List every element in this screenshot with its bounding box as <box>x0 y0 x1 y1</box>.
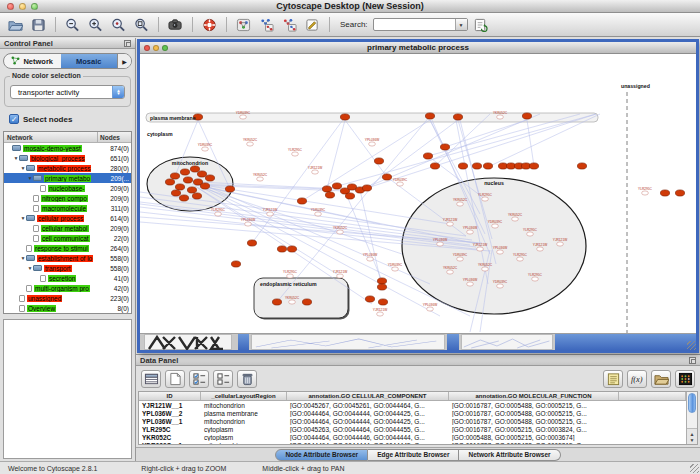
close-icon[interactable] <box>144 45 150 51</box>
import-attributes-icon[interactable] <box>651 370 671 388</box>
node-color-dropdown[interactable]: transporter activity ▲▼ <box>10 85 125 99</box>
table-row[interactable]: YPL036W__1mitochondrion[GO:0044464, GO:0… <box>139 417 686 425</box>
snapshot-icon[interactable] <box>165 15 186 35</box>
help-icon[interactable] <box>199 15 220 35</box>
window-resize-grip[interactable] <box>687 341 696 350</box>
merge-networks-icon[interactable] <box>256 15 277 35</box>
svg-text:YDR039C: YDR039C <box>493 280 508 284</box>
tree-column-nodes[interactable]: Nodes <box>98 134 131 141</box>
tree-row-node-count: 209(0) <box>110 195 131 202</box>
open-file-icon[interactable] <box>5 15 26 35</box>
table-scrollbar[interactable]: ▲▼ <box>686 392 697 444</box>
tree-row-overview[interactable]: Overview8(0) <box>4 303 131 313</box>
tree-row-nitrogen-compo[interactable]: nitrogen compo209(0) <box>4 193 131 203</box>
layout-icon[interactable] <box>233 15 254 35</box>
scrollbar-arrows[interactable]: ▲▼ <box>687 428 697 444</box>
network-strip-thumbnail[interactable] <box>461 334 553 350</box>
minimized-frame-bar[interactable] <box>238 334 249 350</box>
minimized-frame-bar[interactable] <box>447 334 459 350</box>
save-icon[interactable] <box>28 15 49 35</box>
minimized-frame-bar[interactable] <box>555 334 696 350</box>
zoom-window-button[interactable] <box>31 3 38 10</box>
table-row[interactable]: YJR121W__1mitochondrion[GO:0045267, GO:0… <box>139 401 686 409</box>
tree-row-node-count: 42(0) <box>114 285 131 292</box>
tree-row-label: cell communicat <box>41 235 90 242</box>
notes-icon[interactable] <box>603 370 623 388</box>
tree-row-label: nucleobase- <box>48 185 85 192</box>
tree-row-transport[interactable]: ▼transport558(0) <box>4 263 131 273</box>
table-row[interactable]: YPL036W__2plasma membrane[GO:0044464, GO… <box>139 409 686 417</box>
network-strip-thumbnail[interactable] <box>251 334 445 350</box>
column-header-id[interactable]: ID <box>139 392 201 400</box>
float-panel-icon[interactable] <box>689 357 696 364</box>
tree-row-unassigned[interactable]: unassigned223(0) <box>4 293 131 303</box>
network-graph[interactable]: YKR052CYLR295CYJR121WYPL036WYDR039CYKR05… <box>140 54 696 333</box>
table-cell: YPL036W__1 <box>139 418 201 425</box>
reindex-icon[interactable] <box>470 15 491 35</box>
tree-row-cell-communicat[interactable]: cell communicat22(0) <box>4 233 131 243</box>
search-input[interactable]: ▼ <box>373 18 468 31</box>
tree-row-macromolecule[interactable]: macromolecule311(0) <box>4 203 131 213</box>
tree-row-response-to-stimul[interactable]: response to stimul264(0) <box>4 243 131 253</box>
select-nodes-checkbox[interactable]: ✓ <box>9 114 19 124</box>
tree-column-network[interactable]: Network <box>4 132 98 142</box>
zoom-fit-icon[interactable] <box>131 15 152 35</box>
scrollbar-thumb[interactable] <box>688 393 696 413</box>
svg-text:YJR121W: YJR121W <box>443 218 457 222</box>
float-panel-icon[interactable] <box>124 40 131 47</box>
column-header-molecular-function[interactable]: annotation.GO MOLECULAR_FUNCTION <box>449 392 619 400</box>
network-view-titlebar[interactable]: primary metabolic process <box>140 42 696 54</box>
folder-icon <box>12 145 21 151</box>
tree-row-multi-organism-pro[interactable]: multi-organism pro42(0) <box>4 283 131 293</box>
annotation-icon[interactable] <box>302 15 323 35</box>
tab-mosaic[interactable]: Mosaic <box>61 54 118 68</box>
table-row[interactable]: YLR295Ccytoplasm[GO:0045263, GO:0044464,… <box>139 425 686 433</box>
tree-row-biological-process[interactable]: ▼biological_process651(0) <box>4 153 131 163</box>
column-header-cellular-component[interactable]: annotation.GO CELLULAR_COMPONENT <box>287 392 449 400</box>
tab-network-attribute-browser[interactable]: Network Attribute Browser <box>459 449 560 461</box>
app-resize-grip[interactable] <box>690 464 699 473</box>
tree-row-mosaic-demo-yeast[interactable]: mosaic-demo-yeast874(0) <box>4 143 131 153</box>
network-strip-thumbnail[interactable] <box>144 334 232 350</box>
table-row[interactable]: YKR052Ccytoplasm[GO:0044464, GO:0044446,… <box>139 433 686 441</box>
minimize-icon[interactable] <box>153 45 159 51</box>
zoom-out-icon[interactable] <box>62 15 83 35</box>
chevron-down-icon[interactable]: ▼ <box>455 19 467 30</box>
select-attributes-icon[interactable] <box>189 370 209 388</box>
tree-row-metabolic-process[interactable]: ▼metabolic process280(0) <box>4 163 131 173</box>
minimize-window-button[interactable] <box>19 3 26 10</box>
table-cell: plasma membrane <box>201 410 287 417</box>
tree-row-cellular-process[interactable]: ▼cellular process614(0) <box>4 213 131 223</box>
table-header-row: ID_cellularLayoutRegionannotation.GO CEL… <box>139 392 686 401</box>
tree-row-primary-metabo[interactable]: ▼primary metabo209(... <box>4 173 131 183</box>
column-header-region[interactable]: _cellularLayoutRegion <box>201 392 287 400</box>
tree-row-establishment-of-lo[interactable]: ▼establishment of lo558(0) <box>4 253 131 263</box>
tree-row-node-count: 614(0) <box>110 215 131 222</box>
tree-row-node-count: 264(0) <box>110 245 131 252</box>
difference-networks-icon[interactable] <box>279 15 300 35</box>
svg-text:YKR052C: YKR052C <box>453 198 468 202</box>
attribute-table-icon[interactable] <box>141 370 161 388</box>
new-attribute-icon[interactable] <box>165 370 185 388</box>
network-thumbnail-strip[interactable] <box>140 333 696 350</box>
zoom-selected-icon[interactable] <box>108 15 129 35</box>
dropdown-stepper-icon: ▲▼ <box>112 86 124 98</box>
tree-row-nucleobase-[interactable]: nucleobase-209(0) <box>4 183 131 193</box>
heatmap-icon[interactable] <box>675 370 695 388</box>
unselect-attributes-icon[interactable] <box>213 370 233 388</box>
function-builder-icon[interactable]: f(x) <box>627 370 647 388</box>
tab-network[interactable]: Network <box>4 54 61 68</box>
tab-edge-attribute-browser[interactable]: Edge Attribute Browser <box>368 449 459 461</box>
delete-attribute-icon[interactable] <box>237 370 257 388</box>
tree-row-cellular-metabol[interactable]: cellular metabol209(0) <box>4 223 131 233</box>
more-tabs-button[interactable]: ▶ <box>117 54 131 68</box>
network-canvas[interactable]: YKR052CYLR295CYJR121WYPL036WYDR039CYKR05… <box>140 54 696 333</box>
zoom-in-icon[interactable] <box>85 15 106 35</box>
svg-text:YDR039C: YDR039C <box>311 208 326 212</box>
maximize-icon[interactable] <box>162 45 168 51</box>
table-row[interactable]: YDR039C__1mitochondrion[GO:0044464, GO:0… <box>139 441 686 444</box>
tree-row-secretion[interactable]: secretion41(0) <box>4 273 131 283</box>
cytoscape-desktop-window: Cytoscape Desktop (New Session) Search: … <box>0 0 700 474</box>
tab-node-attribute-browser[interactable]: Node Attribute Browser <box>275 449 368 461</box>
close-window-button[interactable] <box>7 3 14 10</box>
